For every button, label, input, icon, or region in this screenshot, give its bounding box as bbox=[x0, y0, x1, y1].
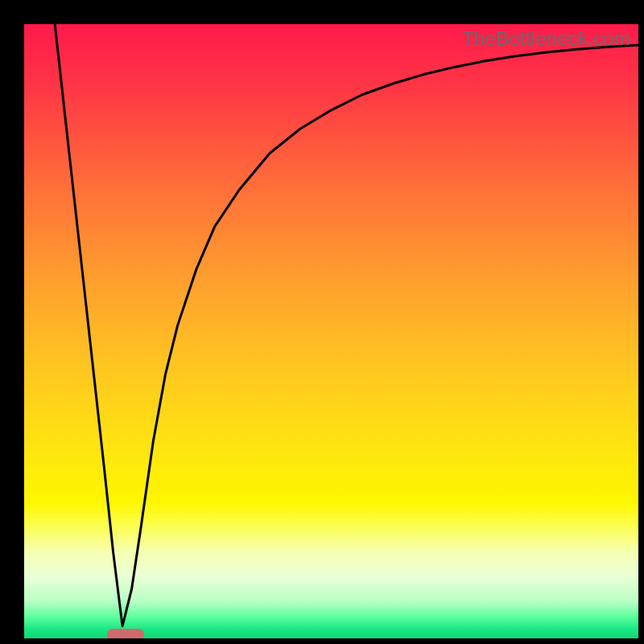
bottleneck-curve bbox=[24, 24, 638, 638]
chart-frame: TheBottleneck.com bbox=[0, 0, 644, 644]
plot-area: TheBottleneck.com bbox=[24, 24, 638, 638]
watermark-text: TheBottleneck.com bbox=[462, 27, 630, 50]
optimal-point-marker bbox=[107, 629, 144, 638]
